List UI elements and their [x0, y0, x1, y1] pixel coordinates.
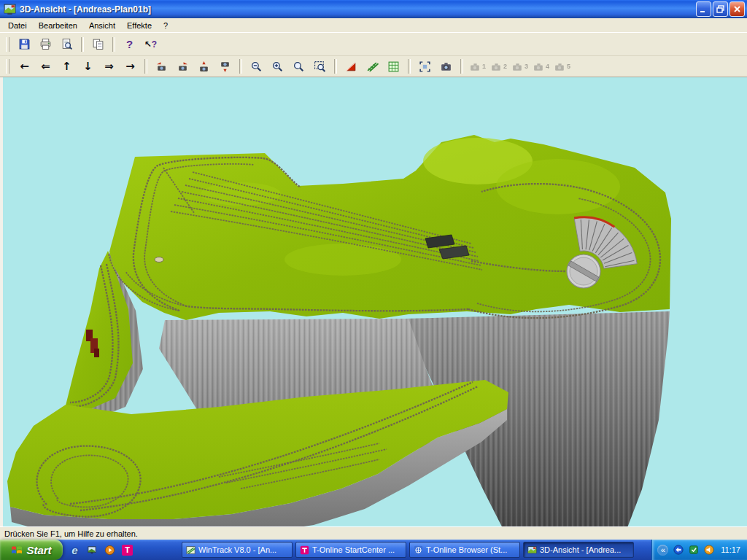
print-icon — [39, 38, 52, 50]
wintrack-icon — [186, 545, 196, 555]
camera-position-label: 1 — [482, 63, 486, 70]
pan-left-button[interactable]: ← — [15, 58, 34, 76]
zoom-in-icon — [271, 61, 284, 73]
print-button[interactable] — [36, 35, 55, 53]
tilt-view-up-button[interactable] — [194, 58, 214, 76]
windows-logo-icon — [11, 544, 23, 556]
zoom-window-button[interactable] — [310, 58, 330, 76]
pan-right-button[interactable]: → — [120, 58, 140, 76]
camera-position-label: 3 — [525, 63, 528, 70]
taskbar-item-tonline-startcenter[interactable]: T-Online StartCenter ... — [295, 542, 406, 558]
zoom-all-button[interactable] — [289, 58, 309, 76]
camera-position-label: 2 — [503, 63, 507, 70]
menu-ansicht[interactable]: Ansicht — [83, 20, 121, 31]
taskbar-clock[interactable]: 11:17 — [721, 545, 740, 554]
status-text: Drücken Sie F1, um Hilfe zu erhalten. — [4, 529, 138, 538]
tray-scheduler-icon[interactable] — [688, 545, 699, 556]
tray-collapse-button[interactable]: « — [657, 545, 668, 556]
media-player-icon[interactable] — [104, 544, 116, 556]
zoom-all-icon — [293, 61, 305, 73]
menu-bar: Datei Bearbeiten Ansicht Effekte ? — [0, 18, 747, 32]
title-bar: 3D-Ansicht - [Andreas-Plan01b] — [0, 0, 747, 18]
context-help-icon: ? — [152, 40, 157, 49]
arrow-right-icon: → — [125, 61, 135, 72]
grid-icon — [387, 61, 400, 73]
rotate-view-right-button[interactable] — [173, 58, 193, 76]
window-title: 3D-Ansicht - [Andreas-Plan01b] — [20, 4, 694, 15]
camera-position-label: 5 — [567, 63, 570, 70]
save-icon — [18, 38, 31, 50]
help-icon: ? — [126, 39, 133, 50]
print-preview-icon — [61, 38, 73, 50]
help-button[interactable]: ? — [120, 35, 139, 53]
minimize-button[interactable] — [696, 1, 711, 17]
menu-bearbeiten[interactable]: Bearbeiten — [33, 20, 83, 31]
grid-button[interactable] — [384, 58, 403, 76]
save-button[interactable] — [15, 35, 34, 53]
show-gradients-button[interactable] — [341, 58, 361, 76]
tilt-up-icon — [198, 61, 210, 73]
close-button[interactable] — [729, 1, 745, 17]
camera-icon — [554, 61, 566, 73]
restore-button[interactable] — [713, 1, 728, 17]
taskbar-item-3d-ansicht[interactable]: 3D-Ansicht - [Andrea... — [523, 542, 634, 558]
camera-position-1-button[interactable]: 1 — [468, 58, 487, 76]
arrow-left-icon: ← — [20, 61, 29, 72]
tilt-view-down-button[interactable] — [215, 58, 235, 76]
start-label: Start — [26, 544, 51, 556]
tray-connection-icon[interactable] — [673, 545, 684, 556]
zoom-out-button[interactable] — [247, 58, 266, 76]
start-button[interactable]: Start — [0, 540, 63, 560]
zoom-window-icon — [314, 61, 326, 73]
snapshot-button[interactable] — [436, 58, 456, 76]
copy-button[interactable] — [88, 35, 108, 53]
status-bar: Drücken Sie F1, um Hilfe zu erhalten. — [0, 526, 747, 540]
toolbar-separator — [334, 59, 337, 74]
toolbar-grip — [6, 59, 9, 74]
tunnel-portal — [155, 257, 163, 262]
taskbar-item-tonline-browser[interactable]: T-Online Browser (St... — [409, 542, 520, 558]
arrow-up-icon: ↑ — [62, 61, 71, 72]
system-tray: « 11:17 — [651, 540, 747, 560]
quick-launch: e T — [63, 540, 139, 560]
camera-position-3-button[interactable]: 3 — [510, 58, 530, 76]
context-help-button[interactable]: ↖? — [141, 35, 160, 53]
taskbar-item-wintrack[interactable]: WinTrack V8.0 - [An... — [182, 542, 293, 558]
pan-far-left-button[interactable]: ⇐ — [36, 58, 55, 76]
double-arrow-right-icon: ⇒ — [104, 61, 114, 72]
t-online-icon[interactable]: T — [121, 544, 133, 556]
menu-help[interactable]: ? — [158, 20, 174, 31]
pan-down-button[interactable]: ↓ — [78, 58, 98, 76]
zoom-in-button[interactable] — [268, 58, 287, 76]
toolbar-separator — [239, 59, 242, 74]
show-desktop-icon[interactable] — [86, 544, 98, 556]
toolbar-grip — [6, 37, 9, 52]
track-display-button[interactable] — [363, 58, 382, 76]
pan-up-button[interactable]: ↑ — [57, 58, 77, 76]
internet-explorer-icon[interactable]: e — [69, 544, 81, 556]
fit-view-button[interactable] — [415, 58, 435, 76]
camera-icon — [511, 61, 524, 73]
t-online-browser-icon — [414, 545, 423, 555]
track-style-icon — [366, 61, 379, 73]
toolbar-separator — [112, 37, 115, 52]
pan-far-right-button[interactable]: ⇒ — [99, 58, 119, 76]
fit-view-icon — [419, 61, 431, 73]
print-preview-button[interactable] — [57, 35, 77, 53]
camera-position-4-button[interactable]: 4 — [531, 58, 551, 76]
toolbar-separator — [81, 37, 84, 52]
task-buttons: WinTrack V8.0 - [An... T-Online StartCen… — [182, 540, 634, 560]
toolbar-separator — [408, 59, 411, 74]
camera-icon — [440, 61, 452, 73]
menu-effekte[interactable]: Effekte — [121, 20, 158, 31]
copy-icon — [92, 38, 104, 50]
view-3d-toolbar: ← ⇐ ↑ ↓ ⇒ → — [0, 56, 747, 77]
tray-volume-icon[interactable] — [703, 545, 714, 556]
menu-datei[interactable]: Datei — [2, 20, 33, 31]
rotate-view-left-button[interactable] — [152, 58, 171, 76]
camera-position-2-button[interactable]: 2 — [489, 58, 508, 76]
3d-view[interactable] — [0, 77, 747, 526]
camera-position-5-button[interactable]: 5 — [552, 58, 572, 76]
taskbar: Start e T WinTrack V8.0 - [An... T-Onlin… — [0, 540, 747, 560]
toolbar-separator — [144, 59, 147, 74]
